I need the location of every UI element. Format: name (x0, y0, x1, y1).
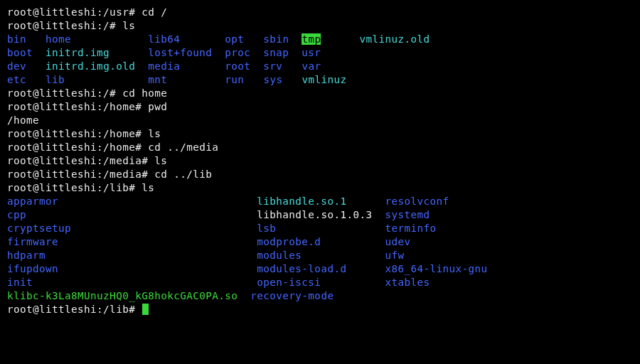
ls-item-dir: lib64 (148, 33, 180, 45)
ls-item-dir: cpp (7, 209, 26, 220)
cmd-text: pwd (142, 101, 167, 112)
cmd-text: ls (116, 20, 135, 31)
ls-item-symlink: initrd.img.old (46, 60, 135, 72)
ls-row: cryptsetup lsb terminfo (7, 222, 633, 235)
ls-item-symlink: initrd.img (46, 47, 110, 58)
cmd-text: cd ../media (142, 141, 218, 153)
ls-item-dir: open-iscsi (257, 277, 321, 288)
prompt: root@littleshi:/lib# (7, 304, 135, 315)
ls-row: dev initrd.img.old media root srv var (7, 60, 633, 73)
ls-item-dir: sys (263, 74, 282, 85)
ls-item-dir: usr (302, 47, 321, 58)
cursor-icon (142, 304, 149, 315)
ls-item-dir: cryptsetup (7, 223, 71, 234)
term-line: root@littleshi:/# cd home (7, 87, 633, 100)
ls-item-dir: ufw (385, 250, 404, 261)
ls-item-symlink: vmlinuz (302, 74, 346, 85)
cmd-text: cd home (116, 87, 167, 99)
prompt: root@littleshi:/home# (7, 128, 142, 139)
ls-item-sticky: tmp (302, 33, 321, 45)
prompt: root@littleshi:/media# (7, 168, 148, 180)
ls-item-symlink: libhandle.so.1 (257, 196, 346, 207)
cmd-text: ls (135, 182, 154, 193)
terminal[interactable]: root@littleshi:/usr# cd / root@littleshi… (7, 6, 633, 316)
ls-item-dir: etc (7, 74, 26, 85)
ls-row: klibc-k3La8MUnuzHQ0_kG8hokcGAC0PA.so rec… (7, 289, 633, 303)
ls-item-dir: var (302, 60, 321, 72)
ls-item-dir: boot (7, 47, 33, 58)
ls-item-dir: lib (46, 74, 65, 85)
cmd-text: cd ../lib (148, 168, 212, 180)
ls-item-dir: lsb (257, 223, 276, 234)
ls-row: firmware modprobe.d udev (7, 235, 633, 249)
ls-item-so: klibc-k3La8MUnuzHQ0_kG8hokcGAC0PA.so (7, 290, 238, 301)
term-line: root@littleshi:/lib# (7, 303, 633, 316)
ls-item-dir: systemd (385, 209, 430, 220)
term-line: root@littleshi:/home# ls (7, 127, 633, 141)
term-line: root@littleshi:/usr# cd / (7, 6, 633, 19)
ls-item-dir: modules (257, 250, 302, 261)
ls-item-dir: home (46, 33, 71, 45)
ls-item-dir: hdparm (7, 250, 46, 261)
term-line: root@littleshi:/lib# ls (7, 181, 633, 195)
ls-item-dir: terminfo (385, 223, 436, 234)
ls-item-dir: modules-load.d (257, 263, 346, 274)
term-line: root@littleshi:/# ls (7, 19, 633, 33)
ls-item-dir: bin (7, 33, 26, 45)
prompt: root@littleshi:/home# (7, 101, 142, 112)
ls-item-dir: udev (385, 236, 410, 247)
ls-item-dir: modprobe.d (257, 236, 321, 247)
term-line: root@littleshi:/media# cd ../lib (7, 168, 633, 181)
ls-item-dir: resolvconf (385, 196, 449, 207)
cmd-text: ls (142, 128, 161, 139)
ls-item-dir: run (225, 74, 244, 85)
ls-item-dir: firmware (7, 236, 58, 247)
ls-item-dir: x86_64-linux-gnu (385, 263, 487, 274)
term-line: root@littleshi:/home# pwd (7, 100, 633, 114)
ls-item-dir: lost+found (148, 47, 212, 58)
ls-item-dir: init (7, 277, 33, 288)
term-line: root@littleshi:/home# cd ../media (7, 141, 633, 154)
ls-row: bin home lib64 opt sbin tmp vmlinuz.old (7, 33, 633, 46)
ls-item-dir: srv (263, 60, 282, 72)
ls-item-dir: recovery-mode (250, 290, 334, 301)
ls-item-dir: opt (225, 33, 244, 45)
prompt: root@littleshi:/media# (7, 155, 148, 166)
ls-row: init open-iscsi xtables (7, 276, 633, 289)
ls-item-symlink: vmlinuz.old (359, 33, 430, 45)
ls-item-dir: proc (225, 47, 250, 58)
ls-item-dir: media (148, 60, 180, 72)
ls-item-dir: snap (263, 47, 289, 58)
ls-row: apparmor libhandle.so.1 resolvconf (7, 195, 633, 208)
ls-row: etc lib mnt run sys vmlinuz (7, 73, 633, 87)
ls-item-dir: xtables (385, 277, 430, 288)
ls-item-dir: ifupdown (7, 263, 58, 274)
ls-row: ifupdown modules-load.d x86_64-linux-gnu (7, 262, 633, 276)
prompt: root@littleshi:/# (7, 20, 116, 31)
ls-item-dir: mnt (148, 74, 167, 85)
term-line: root@littleshi:/media# ls (7, 154, 633, 168)
pwd-output: /home (7, 114, 633, 127)
prompt: root@littleshi:/home# (7, 141, 142, 153)
prompt: root@littleshi:/lib# (7, 182, 135, 193)
ls-row: cpp libhandle.so.1.0.3 systemd (7, 208, 633, 222)
ls-item-dir: apparmor (7, 196, 58, 207)
ls-item-dir: sbin (263, 33, 289, 45)
prompt: root@littleshi:/# (7, 87, 116, 99)
ls-item-file: libhandle.so.1.0.3 (257, 209, 372, 220)
cmd-text: cd / (135, 6, 167, 18)
ls-item-dir: dev (7, 60, 26, 72)
ls-row: boot initrd.img lost+found proc snap usr (7, 46, 633, 60)
prompt: root@littleshi:/usr# (7, 6, 135, 18)
cmd-text: ls (148, 155, 167, 166)
ls-row: hdparm modules ufw (7, 249, 633, 262)
ls-item-dir: root (225, 60, 250, 72)
